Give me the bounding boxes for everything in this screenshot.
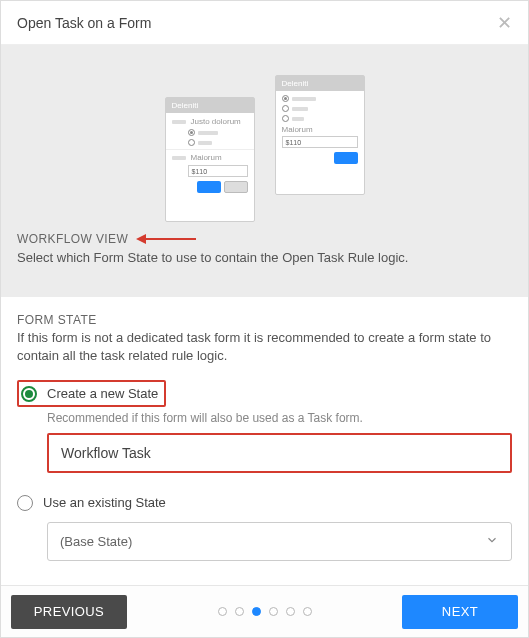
radio-label: Use an existing State (43, 493, 166, 512)
radio-icon (17, 495, 33, 511)
wizard-steps (218, 607, 312, 616)
highlight-arrow-icon (136, 233, 196, 245)
existing-state-select[interactable]: (Base State) (47, 522, 512, 561)
modal-title: Open Task on a Form (17, 15, 151, 31)
create-state-help: Recommended if this form will also be us… (47, 411, 512, 425)
form-state-section: FORM STATE If this form is not a dedicat… (1, 297, 528, 585)
mock-form-front: Deleniti Justo dolorum Maiorum $110 (165, 97, 255, 222)
wizard-step-dot[interactable] (218, 607, 227, 616)
close-icon[interactable]: ✕ (497, 14, 512, 32)
workflow-view-desc: Select which Form State to use to contai… (1, 250, 528, 281)
workflow-view-label: WORKFLOW VIEW (17, 232, 128, 246)
chevron-down-icon (485, 533, 499, 550)
svg-marker-1 (136, 234, 146, 244)
wizard-step-dot[interactable] (269, 607, 278, 616)
next-button[interactable]: Next (402, 595, 518, 629)
radio-create-new-state[interactable]: Create a new State (17, 380, 512, 407)
wizard-step-dot[interactable] (252, 607, 261, 616)
form-state-heading: FORM STATE (17, 313, 512, 327)
form-state-help: If this form is not a dedicated task for… (17, 329, 512, 364)
radio-icon (21, 386, 37, 402)
wizard-step-dot[interactable] (303, 607, 312, 616)
radio-label: Create a new State (47, 384, 158, 403)
wizard-step-dot[interactable] (235, 607, 244, 616)
illustration-region: Deleniti Maiorum $110 Deleniti Justo dol… (1, 45, 528, 297)
modal-header: Open Task on a Form ✕ (1, 1, 528, 45)
form-illustration: Deleniti Maiorum $110 Deleniti Justo dol… (165, 75, 365, 220)
new-state-name-input[interactable] (49, 435, 510, 471)
radio-use-existing-state[interactable]: Use an existing State (17, 493, 512, 512)
wizard-footer: Previous Next (1, 585, 528, 637)
mock-form-back: Deleniti Maiorum $110 (275, 75, 365, 195)
new-state-name-input-wrap (47, 433, 512, 473)
select-value: (Base State) (60, 534, 132, 549)
wizard-step-dot[interactable] (286, 607, 295, 616)
previous-button[interactable]: Previous (11, 595, 127, 629)
